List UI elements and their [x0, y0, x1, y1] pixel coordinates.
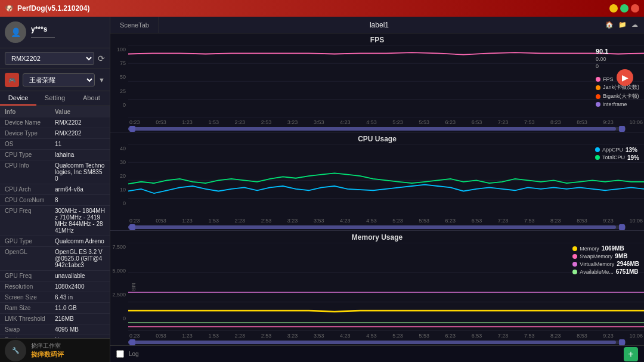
cpu-scroll-right[interactable]	[619, 224, 625, 230]
row-val: 4095 MB	[55, 326, 105, 333]
content-area: SceneTab label1 🏠 📁 ☁ FPS 100 75 50 25	[110, 17, 644, 362]
fps-canvas: 90.1 0.00 0 FPS Jank(卡顿次数)	[128, 45, 644, 117]
watermark-text: 挠痒工作室 挠痒数码评	[31, 342, 64, 359]
sidebar: 👤 y***s ———— RMX2202 ⟳ 🎮 王者荣耀 ▼ Device S…	[0, 17, 110, 362]
fps-chart: FPS 100 75 50 25 0	[110, 33, 644, 132]
row-val: 216MB	[55, 315, 105, 322]
close-button[interactable]	[631, 4, 639, 13]
fps-y-axis: 100 75 50 25 0	[110, 45, 128, 117]
maximize-button[interactable]	[620, 4, 628, 13]
row-val: 1080x2400	[55, 283, 105, 290]
table-row: CPU Freq300MHz - 1804MHz 710MHz - 2419MH…	[0, 206, 110, 236]
main-layout: 👤 y***s ———— RMX2202 ⟳ 🎮 王者荣耀 ▼ Device S…	[0, 17, 644, 362]
watermark-logo: 🔧	[5, 340, 26, 361]
play-button[interactable]: ▶	[617, 69, 633, 86]
info-col-val: Value	[55, 109, 105, 115]
row-val: 300MHz - 1804MHz 710MHz - 2419MHz 844MHz…	[55, 208, 105, 234]
row-val: 11.0 GB	[55, 305, 105, 311]
bottombar-left: Log	[116, 350, 139, 358]
fps-scroll-right[interactable]	[619, 126, 625, 132]
appcpu-value: 13%	[626, 147, 637, 153]
row-val: 11	[55, 141, 105, 147]
fps-legend: 90.1 0.00 0 FPS Jank(卡顿次数)	[596, 48, 639, 107]
memory-scrollbar-thumb[interactable]	[128, 341, 616, 344]
row-val: Qualcomm Adreno	[55, 238, 105, 245]
scene-tabbar: SceneTab label1 🏠 📁 ☁	[110, 17, 644, 33]
row-val: unavailable	[55, 273, 105, 279]
memory-value: 1069MB	[602, 245, 624, 252]
table-row: Device TypeRMX2202	[0, 128, 110, 139]
fps-scrollbar[interactable]	[128, 127, 626, 131]
table-row: Ram Size11.0 GB	[0, 303, 110, 314]
memory-y-label: MB	[131, 283, 137, 291]
folder-icon[interactable]: 📁	[618, 21, 627, 29]
cpu-svg	[128, 144, 644, 216]
fps-value: 90.1	[596, 48, 639, 55]
memory-svg	[128, 243, 644, 331]
memory-y-axis: 7,500 5,000 2,500 0	[110, 243, 128, 331]
interframe-dot	[596, 102, 600, 107]
mem-legend-swap: SwapMemory 9MB	[572, 253, 639, 259]
row-val: RMX2202	[55, 130, 105, 137]
row-key: CPU Freq	[5, 208, 55, 234]
info-col-key: Info	[5, 109, 55, 115]
memory-scrollbar[interactable]	[128, 341, 626, 344]
add-button[interactable]: +	[624, 347, 638, 361]
fps-legend-interframe: interframe	[596, 101, 639, 107]
minimize-button[interactable]	[609, 4, 618, 13]
memory-scroll-right[interactable]	[619, 339, 625, 345]
cpu-canvas: AppCPU 13% TotalCPU 19%	[128, 144, 644, 216]
memory-chart-body: 7,500 5,000 2,500 0	[110, 243, 644, 331]
swap-dot	[572, 254, 577, 259]
log-checkbox[interactable]	[116, 350, 124, 358]
memory-x-axis: 0:230:531:231:532:232:533:233:534:234:53…	[110, 331, 644, 341]
memory-dot	[572, 246, 577, 251]
memory-scroll-left[interactable]	[129, 339, 135, 345]
refresh-icon[interactable]: ⟳	[98, 54, 105, 63]
mem-legend-virtual: VirtualMemory 2946MB	[572, 261, 639, 267]
cpu-scroll-left[interactable]	[129, 224, 135, 230]
cpu-title: CPU Usage	[110, 135, 644, 143]
device-select[interactable]: RMX2202	[5, 52, 94, 65]
fps-x-labels: 0:230:531:231:532:232:533:233:534:234:53…	[128, 119, 644, 125]
tab-setting[interactable]: Setting	[36, 91, 73, 106]
app-title: PerfDog(v5.1.210204)	[17, 4, 89, 13]
scene-tab-label[interactable]: SceneTab	[110, 17, 159, 33]
brand-name: 挠痒数码评	[31, 350, 64, 359]
tab-device[interactable]: Device	[0, 91, 36, 106]
user-info: y***s ————	[31, 25, 105, 40]
memory-chart: Memory Usage 7,500 5,000 2,500 0	[110, 231, 644, 345]
row-key: CPU Info	[5, 162, 55, 182]
table-row: OS11	[0, 139, 110, 150]
game-select[interactable]: 王者荣耀	[23, 73, 95, 86]
row-key: GPU Freq	[5, 273, 55, 279]
info-table: Info Value Device NameRMX2202Device Type…	[0, 106, 110, 338]
home-icon[interactable]: 🏠	[605, 21, 614, 29]
fps-scrollbar-thumb[interactable]	[128, 127, 616, 131]
row-key: Screen Size	[5, 294, 55, 301]
cloud-icon[interactable]: ☁	[631, 21, 638, 29]
studio-name: 挠痒工作室	[31, 342, 64, 350]
scene-icons: 🏠 📁 ☁	[599, 21, 644, 29]
titlebar-left: 🐶 PerfDog(v5.1.210204)	[5, 4, 89, 13]
row-key: GPU Type	[5, 238, 55, 245]
virtual-dot	[572, 262, 577, 267]
table-row: CPU InfoQualcomm Technologies, Inc SM835…	[0, 160, 110, 184]
jank-dot	[596, 85, 600, 90]
fps-scroll-left[interactable]	[129, 126, 135, 132]
memory-legend: Memory 1069MB SwapMemory 9MB VirtualMemo…	[572, 245, 639, 275]
tab-about[interactable]: About	[73, 91, 110, 106]
row-key: LMK Threshold	[5, 315, 55, 322]
swap-value: 9MB	[615, 253, 627, 259]
game-dropdown-icon[interactable]: ▼	[98, 76, 105, 83]
scene-tab-name: label1	[159, 21, 599, 29]
cpu-legend: AppCPU 13% TotalCPU 19%	[595, 147, 639, 161]
bigank-dot	[596, 94, 600, 99]
cpu-scrollbar-thumb[interactable]	[128, 225, 616, 229]
cpu-scrollbar[interactable]	[128, 225, 626, 229]
row-key: CPU Arch	[5, 186, 55, 193]
table-row: GPU Frequnavailable	[0, 271, 110, 281]
table-row: Swap4095 MB	[0, 324, 110, 335]
row-val: 6.43 in	[55, 294, 105, 301]
window-controls	[609, 4, 639, 13]
